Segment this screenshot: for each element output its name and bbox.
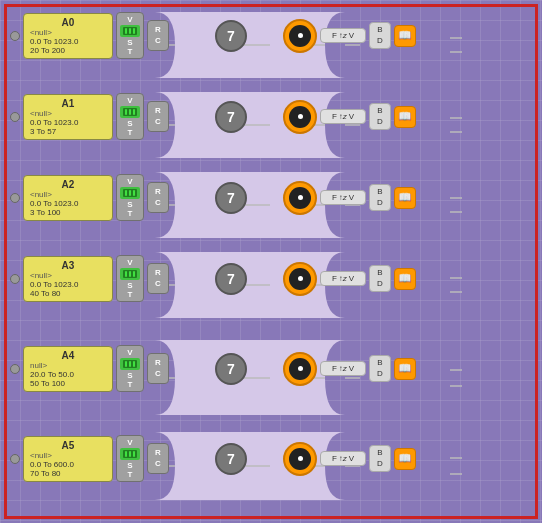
fz-node-4[interactable]: F ↑z V	[320, 361, 366, 376]
e-node-4[interactable]: 📖	[394, 358, 416, 380]
vst-s-5: S	[120, 461, 140, 470]
num-value-4: 7	[227, 361, 235, 377]
z-label-3: ↑z	[339, 274, 347, 283]
dial-inner-1	[289, 106, 311, 128]
e-node-0[interactable]: 📖	[394, 25, 416, 47]
bd-b-0: B	[374, 25, 386, 35]
rc-node-2[interactable]: R C	[147, 182, 169, 213]
num-value-3: 7	[227, 271, 235, 287]
yellow-node-2[interactable]: A2 <null> 0.0 To 1023.0 3 To 100	[23, 175, 113, 221]
yellow-node-0[interactable]: A0 <null> 0.0 To 1023.0 20 To 200	[23, 13, 113, 59]
dial-0[interactable]	[283, 19, 317, 53]
vst-node-5[interactable]: V S T	[116, 435, 144, 482]
bd-d-0: D	[374, 36, 386, 46]
bd-d-2: D	[374, 198, 386, 208]
vst-s-3: S	[120, 281, 140, 290]
e-node-5[interactable]: 📖	[394, 448, 416, 470]
e-node-1[interactable]: 📖	[394, 106, 416, 128]
node-range2-0: 20 To 200	[30, 46, 106, 55]
vst-node-1[interactable]: V S T	[116, 93, 144, 140]
dial-dot-5	[298, 456, 303, 461]
node-title-4: A4	[30, 350, 106, 361]
rc-r-0: R	[151, 25, 165, 35]
rc-r-1: R	[151, 106, 165, 116]
vst-node-2[interactable]: V S T	[116, 174, 144, 221]
bd-node-4[interactable]: B D	[369, 355, 391, 382]
bd-node-2[interactable]: B D	[369, 184, 391, 211]
bd-node-0[interactable]: B D	[369, 22, 391, 49]
v-label-1: V	[349, 112, 354, 121]
node-title-0: A0	[30, 17, 106, 28]
node-range1-3: 0.0 To 1023.0	[30, 280, 106, 289]
dial-2[interactable]	[283, 181, 317, 215]
z-label-4: ↑z	[339, 364, 347, 373]
node-range1-0: 0.0 To 1023.0	[30, 37, 106, 46]
rc-node-5[interactable]: R C	[147, 443, 169, 474]
fz-node-0[interactable]: F ↑z V	[320, 28, 366, 43]
bd-b-1: B	[374, 106, 386, 116]
row-0: A0 <null> 0.0 To 1023.0 20 To 200 V S T …	[10, 12, 416, 59]
bd-node-3[interactable]: B D	[369, 265, 391, 292]
rc-r-5: R	[151, 448, 165, 458]
e-node-2[interactable]: 📖	[394, 187, 416, 209]
rc-node-3[interactable]: R C	[147, 263, 169, 294]
node-title-2: A2	[30, 179, 106, 190]
e-icon-2: 📖	[398, 191, 412, 204]
dial-inner-4	[289, 358, 311, 380]
fz-node-2[interactable]: F ↑z V	[320, 190, 366, 205]
fz-node-5[interactable]: F ↑z V	[320, 451, 366, 466]
fz-node-3[interactable]: F ↑z V	[320, 271, 366, 286]
f-label-1: F	[332, 112, 337, 121]
vst-node-3[interactable]: V S T	[116, 255, 144, 302]
node-range2-1: 3 To 57	[30, 127, 106, 136]
dial-4[interactable]	[283, 352, 317, 386]
vst-green-3	[120, 268, 140, 280]
yellow-node-4[interactable]: A4 null> 20.0 To 50.0 50 To 100	[23, 346, 113, 392]
rc-node-4[interactable]: R C	[147, 353, 169, 384]
num-circle-3[interactable]: 7	[215, 263, 247, 295]
bd-node-1[interactable]: B D	[369, 103, 391, 130]
num-circle-4[interactable]: 7	[215, 353, 247, 385]
bd-node-5[interactable]: B D	[369, 445, 391, 472]
vst-v-2: V	[120, 177, 140, 186]
vst-v-1: V	[120, 96, 140, 105]
node-title-3: A3	[30, 260, 106, 271]
vst-green-1	[120, 106, 140, 118]
rc-c-1: C	[151, 117, 165, 127]
dial-5[interactable]	[283, 442, 317, 476]
e-icon-5: 📖	[398, 452, 412, 465]
num-circle-0[interactable]: 7	[215, 20, 247, 52]
node-title-5: A5	[30, 440, 106, 451]
rc-node-0[interactable]: R C	[147, 20, 169, 51]
fz-node-1[interactable]: F ↑z V	[320, 109, 366, 124]
e-node-3[interactable]: 📖	[394, 268, 416, 290]
vst-node-0[interactable]: V S T	[116, 12, 144, 59]
node-null-0: <null>	[30, 28, 106, 37]
rc-node-1[interactable]: R C	[147, 101, 169, 132]
bd-b-3: B	[374, 268, 386, 278]
vst-t-5: T	[120, 470, 140, 479]
rc-r-3: R	[151, 268, 165, 278]
vst-node-4[interactable]: V S T	[116, 345, 144, 392]
node-range2-3: 40 To 80	[30, 289, 106, 298]
vst-t-3: T	[120, 290, 140, 299]
num-value-5: 7	[227, 451, 235, 467]
row-2: A2 <null> 0.0 To 1023.0 3 To 100 V S T R…	[10, 174, 416, 221]
e-icon-3: 📖	[398, 272, 412, 285]
yellow-node-1[interactable]: A1 <null> 0.0 To 1023.0 3 To 57	[23, 94, 113, 140]
vst-green-0	[120, 25, 140, 37]
node-range2-4: 50 To 100	[30, 379, 106, 388]
yellow-node-3[interactable]: A3 <null> 0.0 To 1023.0 40 To 80	[23, 256, 113, 302]
num-circle-5[interactable]: 7	[215, 443, 247, 475]
yellow-node-5[interactable]: A5 <null> 0.0 To 600.0 70 To 80	[23, 436, 113, 482]
bd-d-1: D	[374, 117, 386, 127]
num-circle-1[interactable]: 7	[215, 101, 247, 133]
e-icon-1: 📖	[398, 110, 412, 123]
num-circle-2[interactable]: 7	[215, 182, 247, 214]
f-label-3: F	[332, 274, 337, 283]
v-label-5: V	[349, 454, 354, 463]
dial-3[interactable]	[283, 262, 317, 296]
dial-1[interactable]	[283, 100, 317, 134]
node-range1-1: 0.0 To 1023.0	[30, 118, 106, 127]
rc-r-4: R	[151, 358, 165, 368]
